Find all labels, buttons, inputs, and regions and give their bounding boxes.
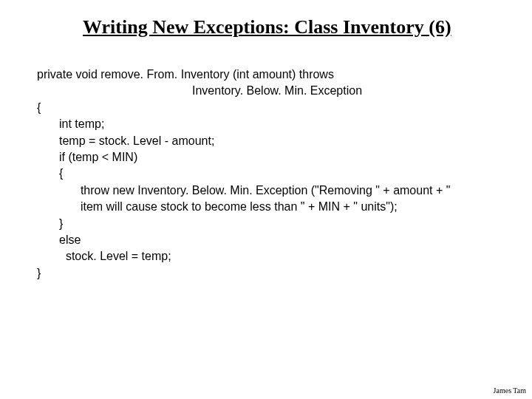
code-line: { [37, 166, 502, 182]
code-line: private void remove. From. Inventory (in… [37, 66, 502, 83]
code-line: throw new Inventory. Below. Min. Excepti… [37, 183, 502, 199]
code-line: temp = stock. Level - amount; [37, 133, 502, 149]
code-line: item will cause stock to become less tha… [37, 199, 502, 215]
code-line: } [37, 265, 502, 282]
slide: Writing New Exceptions: Class Inventory … [0, 0, 532, 399]
code-line: stock. Level = temp; [37, 248, 502, 265]
code-line: Inventory. Below. Min. Exception [37, 83, 502, 99]
code-block: private void remove. From. Inventory (in… [37, 66, 502, 282]
author-label: James Tam [494, 386, 526, 395]
slide-title: Writing New Exceptions: Class Inventory … [83, 16, 451, 38]
code-line: } [37, 216, 502, 232]
code-line: { [37, 100, 502, 116]
code-line: else [37, 232, 502, 248]
code-line: int temp; [37, 116, 502, 132]
code-line: if (temp < MIN) [37, 149, 502, 166]
